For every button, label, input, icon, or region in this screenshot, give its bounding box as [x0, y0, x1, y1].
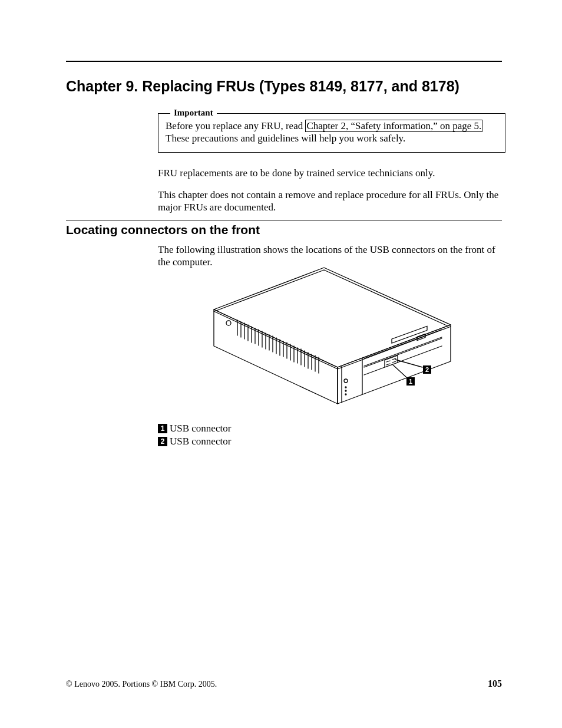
important-before: Before you replace any FRU, read: [166, 120, 305, 131]
section-intro: The following illustration shows the loc…: [158, 243, 505, 269]
svg-point-15: [226, 321, 231, 325]
chapter-title: Chapter 9. Replacing FRUs (Types 8149, 8…: [66, 78, 459, 95]
svg-line-3: [324, 270, 448, 326]
svg-point-12: [345, 387, 346, 388]
callout-marker-1: 1: [406, 377, 415, 386]
svg-point-11: [344, 379, 348, 383]
legend-marker-2: 2: [158, 437, 167, 446]
svg-line-44: [393, 365, 408, 378]
callout-marker-2: 2: [423, 365, 431, 374]
svg-marker-1: [214, 309, 338, 404]
important-after: These precautions and guidelines will he…: [166, 133, 405, 144]
page-footer: © Lenovo 2005. Portions © IBM Corp. 2005…: [66, 678, 502, 689]
page: Chapter 9. Replacing FRUs (Types 8149, 8…: [0, 0, 562, 728]
safety-info-link[interactable]: Chapter 2, “Safety information,” on page…: [305, 120, 482, 132]
important-legend: Important: [170, 108, 217, 118]
svg-line-4: [216, 270, 324, 311]
legend-row-2: 2 USB connector: [158, 435, 231, 447]
paragraph-fru-trained: FRU replacements are to be done by train…: [158, 167, 505, 179]
figure-callout-2: 2: [423, 364, 432, 374]
copyright-text: © Lenovo 2005. Portions © IBM Corp. 2005…: [66, 680, 217, 689]
important-box: Important Before you replace any FRU, re…: [158, 113, 505, 153]
svg-marker-2: [338, 325, 451, 404]
figure-legend: 1 USB connector 2 USB connector: [158, 422, 231, 449]
legend-label-2: USB connector: [170, 435, 231, 447]
paragraph-chapter-scope: This chapter does not contain a remove a…: [158, 189, 505, 214]
legend-label-1: USB connector: [170, 422, 231, 434]
legend-row-1: 1 USB connector: [158, 422, 231, 434]
legend-marker-1: 1: [158, 424, 167, 433]
top-rule: [66, 61, 502, 62]
computer-svg: [209, 267, 462, 414]
important-text: Before you replace any FRU, read Chapter…: [166, 120, 498, 145]
section-rule: [66, 220, 502, 220]
figure-callout-1: 1: [406, 375, 416, 386]
svg-marker-0: [214, 268, 451, 367]
page-number: 105: [488, 678, 502, 689]
computer-front-figure: [209, 267, 462, 414]
section-title: Locating connectors on the front: [66, 223, 260, 237]
svg-line-45: [395, 360, 422, 367]
svg-point-14: [345, 394, 346, 395]
svg-point-13: [345, 390, 346, 391]
